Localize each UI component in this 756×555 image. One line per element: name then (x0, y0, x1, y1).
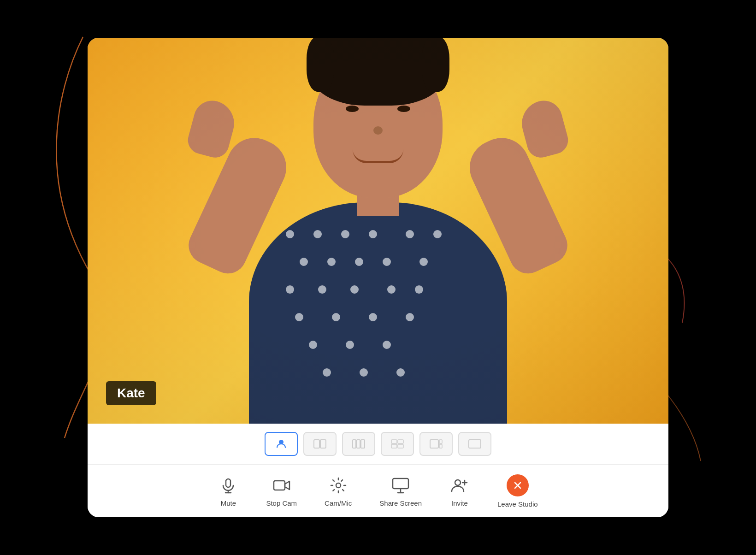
layout-btn-sidebar[interactable] (419, 432, 453, 456)
studio-container: Kate (88, 38, 668, 517)
participant-name-badge: Kate (106, 381, 156, 405)
layout-selector (88, 424, 668, 465)
svg-point-20 (455, 480, 461, 485)
mute-label: Mute (221, 499, 236, 507)
grid3-icon (352, 439, 365, 449)
add-person-icon (449, 475, 470, 496)
video-feed: Kate (88, 38, 668, 424)
svg-rect-5 (361, 440, 365, 448)
svg-rect-9 (398, 444, 403, 448)
mute-button[interactable]: Mute (218, 475, 238, 507)
svg-rect-4 (357, 440, 360, 448)
layout-btn-grid4[interactable] (381, 432, 414, 456)
leave-studio-button[interactable]: Leave Studio (497, 474, 538, 508)
cam-mic-label: Cam/Mic (325, 499, 352, 507)
participant-video (88, 38, 668, 424)
cam-mic-button[interactable]: Cam/Mic (325, 475, 352, 507)
wide-icon (468, 439, 481, 449)
leave-studio-icon (507, 474, 529, 496)
svg-rect-11 (439, 440, 442, 443)
svg-rect-13 (469, 440, 481, 448)
svg-rect-8 (391, 444, 397, 448)
share-screen-label: Share Screen (379, 499, 422, 507)
svg-rect-19 (393, 478, 408, 489)
person-icon (275, 437, 288, 450)
svg-rect-10 (430, 440, 438, 448)
sidebar-icon (430, 439, 443, 449)
svg-rect-12 (439, 444, 442, 448)
layout-btn-grid3[interactable] (342, 432, 375, 456)
grid4-icon (391, 439, 404, 449)
svg-point-18 (336, 483, 341, 488)
layout-btn-single[interactable] (265, 432, 298, 456)
controls-bar: Mute Stop Cam Cam/Mic (88, 465, 668, 517)
video-area: Kate (88, 38, 668, 424)
camera-icon (272, 475, 292, 496)
share-screen-button[interactable]: Share Screen (379, 475, 422, 507)
stop-cam-button[interactable]: Stop Cam (266, 475, 297, 507)
svg-rect-3 (353, 440, 356, 448)
svg-rect-1 (314, 440, 319, 448)
layout-btn-grid2[interactable] (303, 432, 337, 456)
stop-cam-label: Stop Cam (266, 499, 297, 507)
svg-rect-6 (391, 440, 397, 443)
leave-studio-label: Leave Studio (497, 500, 538, 508)
microphone-icon (218, 475, 238, 496)
svg-rect-7 (398, 440, 403, 443)
settings-icon (328, 475, 348, 496)
monitor-icon (390, 475, 411, 496)
svg-rect-14 (226, 479, 230, 487)
layout-btn-wide[interactable] (458, 432, 491, 456)
invite-button[interactable]: Invite (449, 475, 470, 507)
invite-label: Invite (451, 499, 468, 507)
svg-rect-2 (320, 440, 326, 448)
participant-name: Kate (117, 386, 145, 400)
svg-rect-17 (274, 481, 285, 490)
grid2-icon (313, 439, 326, 449)
